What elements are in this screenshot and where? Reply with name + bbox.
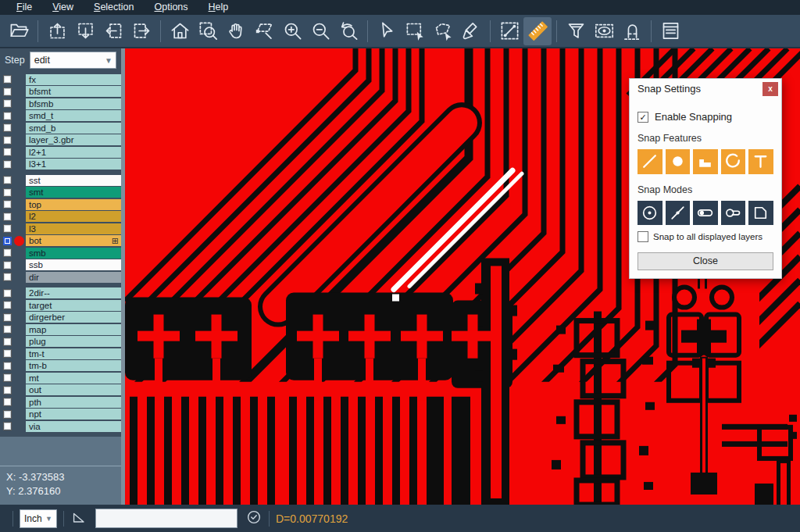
- enable-snapping-checkbox[interactable]: ✓: [638, 112, 648, 123]
- pan-up-icon[interactable]: [43, 17, 71, 45]
- layer-row-smd_t[interactable]: smd_t: [0, 110, 125, 123]
- layer-visibility-checkbox[interactable]: [3, 313, 12, 322]
- pan-hand-icon[interactable]: [222, 17, 250, 45]
- select-cursor-icon[interactable]: [373, 17, 401, 45]
- layer-visibility-checkbox[interactable]: [3, 273, 12, 281]
- layer-name[interactable]: via: [26, 421, 121, 432]
- layer-name[interactable]: bfsmb: [26, 98, 121, 109]
- snap-feature-text-icon[interactable]: [748, 149, 773, 174]
- layer-row-mt[interactable]: mt: [0, 372, 125, 384]
- layer-row-dirgerber[interactable]: dirgerber: [0, 312, 125, 324]
- layer-name[interactable]: bfsmt: [26, 86, 121, 97]
- zoom-out-icon[interactable]: [306, 17, 334, 45]
- layer-name[interactable]: plug: [26, 336, 121, 347]
- pan-left-icon[interactable]: [99, 17, 127, 45]
- menu-selection[interactable]: Selection: [85, 1, 142, 14]
- menu-view[interactable]: View: [44, 1, 82, 14]
- layer-visibility-checkbox[interactable]: [3, 212, 12, 221]
- layer-name[interactable]: dir: [26, 272, 121, 283]
- layer-visibility-checkbox[interactable]: [3, 337, 12, 346]
- layer-row-map[interactable]: map: [0, 323, 125, 336]
- zoom-area-icon[interactable]: [194, 17, 222, 45]
- layer-visibility-checkbox[interactable]: [3, 237, 12, 245]
- layer-grid-icon[interactable]: ⊞: [112, 237, 119, 245]
- layer-row-l2[interactable]: l2: [0, 211, 125, 223]
- clear-brush-icon[interactable]: [457, 17, 485, 45]
- zoom-previous-icon[interactable]: [334, 17, 362, 45]
- snap-feature-line-icon[interactable]: [638, 149, 662, 174]
- filter-icon[interactable]: [562, 17, 590, 45]
- layer-row-target[interactable]: target: [0, 299, 125, 312]
- report-form-icon[interactable]: [656, 17, 684, 45]
- layer-visibility-checkbox[interactable]: [3, 301, 12, 309]
- snap-mode-center-icon[interactable]: [638, 201, 662, 226]
- layer-row-ssb[interactable]: ssb: [0, 259, 125, 272]
- layer-row-via[interactable]: via: [0, 420, 125, 433]
- layer-name[interactable]: pth: [26, 397, 121, 408]
- layer-name[interactable]: layer_3.gbr: [26, 134, 121, 145]
- layer-row-2dir--[interactable]: 2dir--: [0, 287, 125, 300]
- layer-visibility-checkbox[interactable]: [3, 362, 12, 370]
- refresh-check-icon[interactable]: [245, 509, 262, 529]
- layer-visibility-checkbox[interactable]: [3, 112, 12, 120]
- layer-name[interactable]: tm-b: [26, 360, 121, 371]
- layer-name[interactable]: target: [26, 300, 121, 311]
- layer-visibility-checkbox[interactable]: [3, 123, 12, 132]
- layer-row-plug[interactable]: plug: [0, 336, 125, 348]
- layer-row-out[interactable]: out: [0, 384, 125, 397]
- open-file-icon[interactable]: [5, 17, 33, 45]
- layer-row-l2+1[interactable]: l2+1: [0, 146, 125, 159]
- layer-row-bfsmb[interactable]: bfsmb: [0, 98, 125, 110]
- layer-name[interactable]: l3+1: [26, 159, 121, 170]
- snap-feature-pad-icon[interactable]: [666, 149, 691, 174]
- layer-name[interactable]: map: [26, 324, 121, 335]
- snap-feature-surface-icon[interactable]: [693, 149, 718, 174]
- layer-row-smd_b[interactable]: smd_b: [0, 122, 125, 134]
- layer-visibility-checkbox[interactable]: [3, 160, 12, 169]
- layer-name[interactable]: tm-t: [26, 348, 121, 359]
- menu-options[interactable]: Options: [145, 1, 196, 14]
- layer-name[interactable]: l3: [26, 223, 121, 234]
- layer-visibility-checkbox[interactable]: [3, 148, 12, 156]
- layer-row-dir[interactable]: dir: [0, 271, 125, 284]
- layer-name[interactable]: 2dir--: [26, 287, 121, 298]
- select-rect-icon[interactable]: [401, 17, 429, 45]
- measure-line-icon[interactable]: [495, 17, 523, 45]
- pan-right-icon[interactable]: [127, 17, 155, 45]
- layer-visibility-checkbox[interactable]: [3, 248, 12, 257]
- snap-all-layers-checkbox[interactable]: [638, 231, 648, 242]
- pan-down-icon[interactable]: [71, 17, 99, 45]
- layer-name[interactable]: mt: [26, 373, 121, 384]
- layer-visibility-checkbox[interactable]: [3, 410, 12, 419]
- layer-row-tm-b[interactable]: tm-b: [0, 360, 125, 373]
- layer-name[interactable]: smb: [26, 248, 121, 259]
- layer-visibility-checkbox[interactable]: [3, 386, 12, 395]
- snap-magnet-icon[interactable]: [618, 17, 646, 45]
- layer-row-fx[interactable]: fx: [0, 73, 125, 86]
- layer-row-top[interactable]: top: [0, 198, 125, 211]
- layer-name[interactable]: smt: [26, 187, 121, 198]
- layer-visibility-checkbox[interactable]: [3, 398, 12, 406]
- select-polygon-icon[interactable]: [429, 17, 457, 45]
- layer-name[interactable]: out: [26, 384, 121, 395]
- layer-visibility-checkbox[interactable]: [3, 99, 12, 108]
- layer-row-sst[interactable]: sst: [0, 174, 125, 187]
- layer-row-layer_3.gbr[interactable]: layer_3.gbr: [0, 134, 125, 147]
- home-view-icon[interactable]: [166, 17, 194, 45]
- layer-name[interactable]: top: [26, 199, 121, 210]
- snap-mode-midpoint-icon[interactable]: [666, 201, 691, 226]
- layer-visibility-checkbox[interactable]: [3, 188, 12, 197]
- snap-mode-pad-outline-icon[interactable]: [721, 201, 746, 226]
- layer-visibility-checkbox[interactable]: [3, 373, 12, 382]
- snap-mode-contour-icon[interactable]: [748, 201, 773, 226]
- layer-visibility-checkbox[interactable]: [3, 176, 12, 184]
- layer-visibility-checkbox[interactable]: [3, 349, 12, 358]
- layer-visibility-checkbox[interactable]: [3, 261, 12, 270]
- dialog-titlebar[interactable]: Snap Settings x: [630, 79, 781, 98]
- show-selection-eye-icon[interactable]: [590, 17, 618, 45]
- layer-visibility-checkbox[interactable]: [3, 224, 12, 233]
- menu-help[interactable]: Help: [200, 1, 238, 14]
- layer-name[interactable]: fx: [26, 74, 121, 85]
- layer-row-bfsmt[interactable]: bfsmt: [0, 86, 125, 98]
- layer-row-npt[interactable]: npt: [0, 409, 125, 421]
